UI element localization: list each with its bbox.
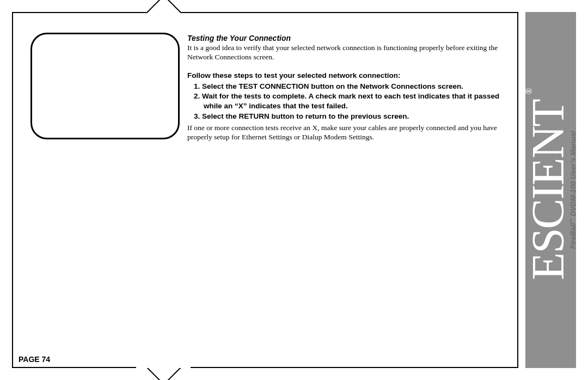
frame-notch-bottom-mask [136, 348, 191, 368]
step-item: Select the RETURN button to return to th… [201, 112, 511, 121]
screenshot-placeholder [30, 33, 180, 139]
body-content: Testing the Your Connection It is a good… [187, 34, 511, 142]
brand-name: ESCIENT [525, 100, 573, 280]
steps-lead: Follow these steps to test your selected… [187, 71, 511, 81]
brand-logo-text: ESCIENT® [525, 100, 573, 280]
sidebar: ESCIENT® FireBall™ DVDM-100 User’s Manua… [525, 12, 576, 368]
step-item: Wait for the tests to complete. A check … [201, 91, 511, 111]
steps-list: Select the TEST CONNECTION button on the… [187, 82, 511, 121]
outro-paragraph: If one or more connection tests receive … [187, 124, 511, 142]
step-item: Select the TEST CONNECTION button on the… [201, 82, 511, 91]
frame-notch-top-mask [136, 14, 191, 30]
intro-paragraph: It is a good idea to verify that your se… [187, 44, 511, 62]
trademark-icon: ™ [568, 218, 574, 223]
page-number: PAGE 74 [19, 355, 50, 364]
sidebar-text-wrap: ESCIENT® FireBall™ DVDM-100 User’s Manua… [525, 100, 576, 280]
registered-icon: ® [525, 89, 533, 94]
section-title: Testing the Your Connection [187, 34, 511, 42]
manual-page: Testing the Your Connection It is a good… [0, 0, 588, 380]
